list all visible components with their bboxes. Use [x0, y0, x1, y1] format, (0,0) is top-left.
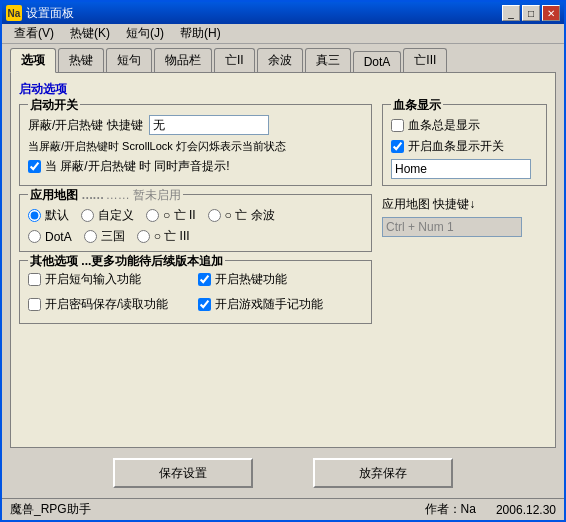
title-buttons: _ □ ✕: [502, 5, 560, 21]
radio-cwiii-label: ○ 亡 III: [154, 228, 190, 245]
sound-row: 当 屏蔽/开启热键 时 同时声音提示!: [28, 158, 363, 175]
startup-group-title: 启动开关: [28, 97, 80, 114]
radio-cwii-label: ○ 亡 II: [163, 207, 196, 224]
window-title: 设置面板: [26, 5, 74, 22]
tab-options[interactable]: 选项: [10, 48, 56, 73]
hotkey-func-label: 开启热键功能: [215, 271, 287, 288]
blood-toggle-label: 开启血条显示开关: [408, 138, 504, 155]
menu-help[interactable]: 帮助(H): [172, 23, 229, 44]
blood-hotkey-input[interactable]: [391, 159, 531, 179]
settings-window: Na 设置面板 _ □ ✕ 查看(V) 热键(K) 短句(J) 帮助(H) 选项…: [0, 0, 566, 522]
radio-cwii-input[interactable]: [146, 209, 159, 222]
map-hotkey-label: 应用地图 快捷键↓: [382, 196, 547, 213]
radio-cwiii: ○ 亡 III: [137, 228, 190, 245]
sound-checkbox[interactable]: [28, 160, 41, 173]
other-section: 其他选项 ...更多功能待后续版本追加 开启短句输入功能 开启热键功能 开: [19, 260, 372, 324]
tab-cwii[interactable]: 亡II: [214, 48, 255, 72]
tab-hotkey[interactable]: 热键: [58, 48, 104, 72]
tab-bar: 选项 热键 短句 物品栏 亡II 余波 真三 DotA 亡III: [2, 44, 564, 72]
radio-sangan-label: 三国: [101, 228, 125, 245]
hotkey-func-row: 开启热键功能: [198, 271, 364, 288]
section-title: 启动选项: [19, 81, 547, 98]
blood-section: 血条显示 血条总是显示 开启血条显示开关: [382, 104, 547, 186]
phrase-input-checkbox[interactable]: [28, 273, 41, 286]
game-follow-label: 开启游戏随手记功能: [215, 296, 323, 313]
radio-default-label: 默认: [45, 207, 69, 224]
radio-sangan: 三国: [84, 228, 125, 245]
radio-default-input[interactable]: [28, 209, 41, 222]
hotkey-input[interactable]: [149, 115, 269, 135]
radio-custom-input[interactable]: [81, 209, 94, 222]
other-title: 其他选项 ...更多功能待后续版本追加: [28, 253, 225, 270]
tab-phrase[interactable]: 短句: [106, 48, 152, 72]
password-row: 开启密码保存/读取功能: [28, 296, 194, 313]
tab-cwiii[interactable]: 亡III: [403, 48, 447, 72]
scrolllock-row: 当屏蔽/开启热键时 ScrollLock 灯会闪烁表示当前状态: [28, 139, 363, 154]
author-label: 作者：Na: [425, 501, 476, 518]
menu-phrase[interactable]: 短句(J): [118, 23, 172, 44]
radio-sangan-input[interactable]: [84, 230, 97, 243]
radio-yubo-label: ○ 亡 余波: [225, 207, 275, 224]
discard-button[interactable]: 放弃保存: [313, 458, 453, 488]
tab-yubo[interactable]: 余波: [257, 48, 303, 72]
radio-default: 默认: [28, 207, 69, 224]
app-name: 魔兽_RPG助手: [10, 501, 91, 518]
menu-hotkey[interactable]: 热键(K): [62, 23, 118, 44]
button-bar: 保存设置 放弃保存: [2, 448, 564, 498]
tab-itembar[interactable]: 物品栏: [154, 48, 212, 72]
hotkey-func-checkbox[interactable]: [198, 273, 211, 286]
radio-custom: 自定义: [81, 207, 134, 224]
close-button[interactable]: ✕: [542, 5, 560, 21]
radio-custom-label: 自定义: [98, 207, 134, 224]
password-label: 开启密码保存/读取功能: [45, 296, 168, 313]
radio-yubo-input[interactable]: [208, 209, 221, 222]
hotkey-label: 屏蔽/开启热键 快捷键: [28, 117, 143, 134]
map-title: 应用地图 …… …… 暂未启用: [28, 187, 183, 204]
radio-cwii: ○ 亡 II: [146, 207, 196, 224]
menu-view[interactable]: 查看(V): [6, 23, 62, 44]
title-bar: Na 设置面板 _ □ ✕: [2, 2, 564, 24]
phrase-input-row: 开启短句输入功能: [28, 271, 194, 288]
radio-yubo: ○ 亡 余波: [208, 207, 275, 224]
scrolllock-text: 当屏蔽/开启热键时 ScrollLock 灯会闪烁表示当前状态: [28, 139, 286, 154]
save-button[interactable]: 保存设置: [113, 458, 253, 488]
startup-group: 启动开关 屏蔽/开启热键 快捷键 当屏蔽/开启热键时 ScrollLock 灯会…: [19, 104, 372, 186]
radio-dota: DotA: [28, 230, 72, 244]
radio-dota-label: DotA: [45, 230, 72, 244]
game-follow-row: 开启游戏随手记功能: [198, 296, 364, 313]
date-label: 2006.12.30: [496, 503, 556, 517]
blood-toggle-checkbox[interactable]: [391, 140, 404, 153]
phrase-input-label: 开启短句输入功能: [45, 271, 141, 288]
password-checkbox[interactable]: [28, 298, 41, 311]
tab-zhensa[interactable]: 真三: [305, 48, 351, 72]
app-icon: Na: [6, 5, 22, 21]
blood-always-checkbox[interactable]: [391, 119, 404, 132]
map-hotkey-section: 应用地图 快捷键↓: [382, 196, 547, 237]
hotkey-row: 屏蔽/开启热键 快捷键: [28, 115, 363, 135]
sound-label: 当 屏蔽/开启热键 时 同时声音提示!: [45, 158, 230, 175]
map-hotkey-input[interactable]: [382, 217, 522, 237]
radio-cwiii-input[interactable]: [137, 230, 150, 243]
minimize-button[interactable]: _: [502, 5, 520, 21]
restore-button[interactable]: □: [522, 5, 540, 21]
menu-bar: 查看(V) 热键(K) 短句(J) 帮助(H): [2, 24, 564, 44]
blood-always-label: 血条总是显示: [408, 117, 480, 134]
tab-dota[interactable]: DotA: [353, 51, 402, 72]
main-content: 启动选项 启动开关 屏蔽/开启热键 快捷键 当屏蔽/开启热键时 ScrollLo…: [10, 72, 556, 448]
blood-title: 血条显示: [391, 97, 443, 114]
map-section: 应用地图 …… …… 暂未启用 默认 自定义: [19, 194, 372, 252]
blood-toggle-row: 开启血条显示开关: [391, 138, 538, 155]
game-follow-checkbox[interactable]: [198, 298, 211, 311]
status-bar: 魔兽_RPG助手 作者：Na 2006.12.30: [2, 498, 564, 520]
blood-always-row: 血条总是显示: [391, 117, 538, 134]
radio-dota-input[interactable]: [28, 230, 41, 243]
